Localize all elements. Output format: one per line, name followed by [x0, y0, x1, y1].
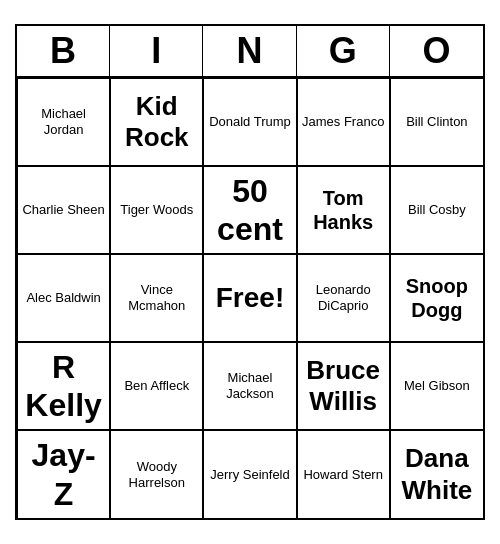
bingo-header: BINGO — [17, 26, 483, 78]
cell-text: Howard Stern — [303, 467, 382, 483]
cell-text: Vince Mcmahon — [115, 282, 198, 313]
bingo-cell: Dana White — [390, 430, 483, 518]
bingo-grid: Michael JordanKid RockDonald TrumpJames … — [17, 78, 483, 518]
bingo-cell: Tiger Woods — [110, 166, 203, 254]
cell-text: Alec Baldwin — [26, 290, 100, 306]
cell-text: Michael Jordan — [22, 106, 105, 137]
cell-text: Ben Affleck — [124, 378, 189, 394]
cell-text: Tom Hanks — [302, 186, 385, 234]
bingo-cell: Michael Jordan — [17, 78, 110, 166]
cell-text: Bill Clinton — [406, 114, 467, 130]
cell-text: James Franco — [302, 114, 384, 130]
bingo-cell: James Franco — [297, 78, 390, 166]
cell-text: Charlie Sheen — [22, 202, 104, 218]
bingo-cell: Donald Trump — [203, 78, 296, 166]
header-letter: I — [110, 26, 203, 76]
cell-text: Donald Trump — [209, 114, 291, 130]
header-letter: N — [203, 26, 296, 76]
cell-text: Woody Harrelson — [115, 459, 198, 490]
cell-text: Free! — [216, 281, 284, 315]
bingo-cell: Leonardo DiCaprio — [297, 254, 390, 342]
header-letter: B — [17, 26, 110, 76]
bingo-cell: Tom Hanks — [297, 166, 390, 254]
cell-text: 50 cent — [208, 172, 291, 249]
cell-text: Leonardo DiCaprio — [302, 282, 385, 313]
cell-text: Snoop Dogg — [395, 274, 479, 322]
bingo-cell: R Kelly — [17, 342, 110, 430]
bingo-cell: Howard Stern — [297, 430, 390, 518]
cell-text: Kid Rock — [115, 91, 198, 153]
cell-text: Jay-Z — [22, 436, 105, 513]
bingo-cell: 50 cent — [203, 166, 296, 254]
cell-text: Mel Gibson — [404, 378, 470, 394]
cell-text: Bill Cosby — [408, 202, 466, 218]
bingo-cell: Alec Baldwin — [17, 254, 110, 342]
bingo-cell: Bill Cosby — [390, 166, 483, 254]
bingo-cell: Jerry Seinfeld — [203, 430, 296, 518]
bingo-cell: Free! — [203, 254, 296, 342]
bingo-cell: Bill Clinton — [390, 78, 483, 166]
header-letter: O — [390, 26, 483, 76]
bingo-cell: Michael Jackson — [203, 342, 296, 430]
cell-text: Jerry Seinfeld — [210, 467, 289, 483]
cell-text: Dana White — [395, 443, 479, 505]
header-letter: G — [297, 26, 390, 76]
cell-text: Michael Jackson — [208, 370, 291, 401]
bingo-cell: Woody Harrelson — [110, 430, 203, 518]
bingo-cell: Charlie Sheen — [17, 166, 110, 254]
bingo-cell: Ben Affleck — [110, 342, 203, 430]
bingo-cell: Kid Rock — [110, 78, 203, 166]
bingo-cell: Bruce Willis — [297, 342, 390, 430]
bingo-cell: Mel Gibson — [390, 342, 483, 430]
cell-text: Tiger Woods — [120, 202, 193, 218]
bingo-cell: Jay-Z — [17, 430, 110, 518]
cell-text: Bruce Willis — [302, 355, 385, 417]
bingo-card: BINGO Michael JordanKid RockDonald Trump… — [15, 24, 485, 520]
bingo-cell: Vince Mcmahon — [110, 254, 203, 342]
bingo-cell: Snoop Dogg — [390, 254, 483, 342]
cell-text: R Kelly — [22, 348, 105, 425]
